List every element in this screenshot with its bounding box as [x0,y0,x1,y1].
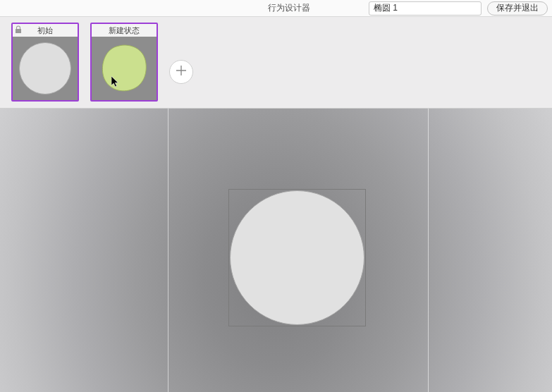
save-and-exit-button[interactable]: 保存并退出 [487,1,548,16]
ellipse-object[interactable] [230,190,364,325]
page-guide-right [428,109,429,392]
page-guide-left [168,109,168,392]
state-label: 新建状态 [109,25,140,36]
blob-shape-icon [98,42,150,94]
header-bar: 行为设计器 保存并退出 [0,0,552,17]
state-label-row: 初始 [13,24,78,37]
plus-icon [176,66,186,78]
canvas-area[interactable] [0,109,552,392]
state-card-new[interactable]: 新建状态 [90,23,158,102]
object-name-input[interactable] [369,1,482,16]
state-thumbnail [13,37,78,100]
states-strip: 初始 新建状态 [0,17,552,109]
app-title: 行为设计器 [268,2,310,14]
state-label-row: 新建状态 [92,24,157,37]
ellipse-shape-icon [19,42,71,94]
state-label: 初始 [37,25,53,36]
add-state-button[interactable] [169,60,193,84]
state-thumbnail [92,37,157,100]
state-card-initial[interactable]: 初始 [11,23,79,102]
